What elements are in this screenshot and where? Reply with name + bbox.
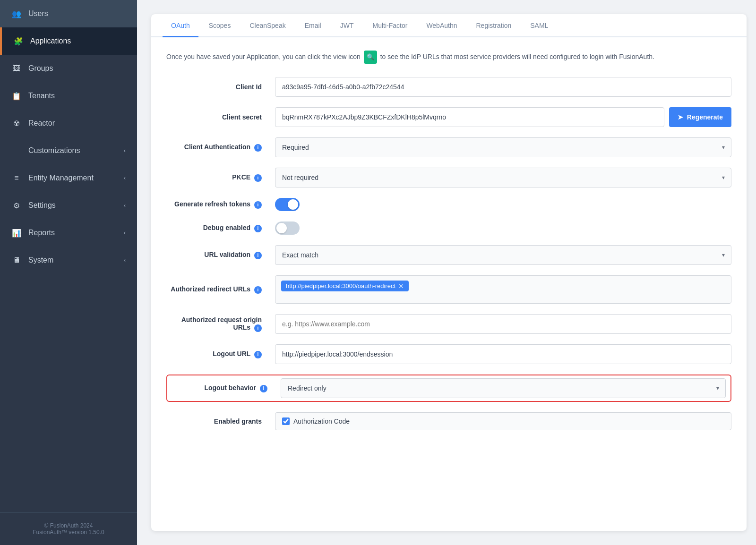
sidebar-label-reports: Reports	[28, 229, 55, 237]
logout-behavior-info-icon[interactable]: i	[260, 385, 267, 392]
client-secret-wrapper: ➤ Regenerate	[275, 107, 731, 127]
entity-management-chevron-icon: ‹	[124, 175, 126, 181]
info-text-after: to see the IdP URLs that most service pr…	[380, 53, 654, 60]
authorization-code-label: Authorization Code	[293, 417, 350, 425]
entity-management-icon: ≡	[11, 173, 22, 183]
system-icon: 🖥	[11, 255, 22, 265]
debug-toggle[interactable]	[275, 221, 300, 235]
regenerate-button[interactable]: ➤ Regenerate	[669, 107, 731, 127]
pkce-select[interactable]: Not required Required Optional	[275, 168, 731, 187]
enabled-grants-row: Enabled grants Authorization Code	[166, 412, 731, 430]
pkce-label: PKCE i	[166, 173, 266, 182]
sidebar-item-system[interactable]: 🖥 System ‹	[0, 247, 137, 274]
tab-multi-factor[interactable]: Multi-Factor	[364, 14, 416, 37]
client-secret-input[interactable]	[275, 107, 664, 127]
sidebar-label-settings: Settings	[28, 201, 56, 210]
debug-toggle-knob	[276, 223, 287, 233]
logout-behavior-row: Logout behavior i Redirect only All appl…	[172, 378, 726, 398]
client-id-row: Client Id	[166, 77, 731, 97]
authorization-code-checkbox[interactable]	[282, 417, 290, 425]
redirect-urls-row: Authorized redirect URLs i http://piedpi…	[166, 275, 731, 304]
client-auth-info-icon[interactable]: i	[254, 144, 262, 152]
sidebar-item-settings[interactable]: ⚙ Settings ‹	[0, 192, 137, 219]
client-auth-row: Client Authentication i Required Not req…	[166, 137, 731, 157]
refresh-tokens-toggle[interactable]	[275, 198, 300, 211]
sidebar-item-reactor[interactable]: ☢ Reactor	[0, 110, 137, 137]
debug-info-icon[interactable]: i	[254, 225, 262, 232]
refresh-tokens-label: Generate refresh tokens i	[166, 200, 266, 209]
client-secret-row: Client secret ➤ Regenerate	[166, 107, 731, 127]
pkce-select-wrapper: Not required Required Optional ▾	[275, 168, 731, 187]
pkce-info-icon[interactable]: i	[254, 174, 262, 182]
sidebar-item-users[interactable]: 👥 Users	[0, 0, 137, 27]
logout-behavior-select[interactable]: Redirect only All applications	[281, 378, 726, 398]
tab-scopes[interactable]: Scopes	[200, 14, 240, 37]
view-icon[interactable]: 🔍	[364, 51, 377, 64]
system-chevron-icon: ‹	[124, 257, 126, 264]
url-validation-info-icon[interactable]: i	[254, 252, 262, 259]
reports-chevron-icon: ‹	[124, 230, 126, 236]
debug-row: Debug enabled i	[166, 221, 731, 235]
redirect-urls-info-icon[interactable]: i	[254, 286, 262, 294]
logout-behavior-label: Logout behavior i	[172, 384, 271, 392]
tab-email[interactable]: Email	[296, 14, 330, 37]
sidebar-item-customizations[interactable]: Customizations ‹	[0, 137, 137, 164]
redirect-url-tag: http://piedpiper.local:3000/oauth-redire…	[281, 281, 409, 291]
refresh-tokens-info-icon[interactable]: i	[254, 201, 262, 209]
client-auth-select-wrapper: Required Not required Optional ▾	[275, 137, 731, 157]
logout-url-label: Logout URL i	[166, 350, 266, 358]
tabs-bar: OAuthScopesCleanSpeakEmailJWTMulti-Facto…	[151, 14, 747, 37]
refresh-tokens-row: Generate refresh tokens i	[166, 198, 731, 211]
url-validation-row: URL validation i Exact match Allow wildc…	[166, 245, 731, 265]
sidebar-item-applications[interactable]: 🧩 Applications	[0, 27, 137, 55]
remove-redirect-url-icon[interactable]: ✕	[398, 283, 404, 290]
tab-cleanspeak[interactable]: CleanSpeak	[241, 14, 294, 37]
tab-webauthn[interactable]: WebAuthn	[418, 14, 465, 37]
customizations-chevron-icon: ‹	[124, 147, 126, 154]
authorization-code-grant[interactable]: Authorization Code	[282, 417, 724, 425]
sidebar-label-entity-management: Entity Management	[28, 174, 94, 182]
origin-urls-row: Authorized request origin URLs i	[166, 314, 731, 334]
redirect-url-value: http://piedpiper.local:3000/oauth-redire…	[286, 282, 395, 290]
content-area[interactable]: Once you have saved your Application, yo…	[151, 37, 747, 531]
client-auth-select[interactable]: Required Not required Optional	[275, 137, 731, 157]
logout-url-info-icon[interactable]: i	[254, 351, 262, 358]
tenants-icon: 📋	[11, 91, 22, 101]
client-auth-label: Client Authentication i	[166, 143, 266, 152]
tab-registration[interactable]: Registration	[468, 14, 520, 37]
settings-chevron-icon: ‹	[124, 202, 126, 209]
origin-urls-input[interactable]	[275, 314, 731, 334]
logout-behavior-select-wrapper: Redirect only All applications ▾	[281, 378, 726, 398]
url-validation-select[interactable]: Exact match Allow wildcards	[275, 245, 731, 265]
redirect-urls-tag-area[interactable]: http://piedpiper.local:3000/oauth-redire…	[275, 275, 731, 304]
debug-label: Debug enabled i	[166, 224, 266, 232]
sidebar-item-entity-management[interactable]: ≡ Entity Management ‹	[0, 164, 137, 192]
enabled-grants-label: Enabled grants	[166, 417, 266, 425]
main-card: OAuthScopesCleanSpeakEmailJWTMulti-Facto…	[151, 14, 747, 531]
info-text-before: Once you have saved your Application, yo…	[166, 53, 361, 60]
sidebar-label-customizations: Customizations	[28, 146, 80, 155]
sidebar-item-reports[interactable]: 📊 Reports ‹	[0, 219, 137, 247]
redirect-url-input[interactable]	[412, 281, 725, 291]
client-id-label: Client Id	[166, 83, 266, 91]
footer-line1: © FusionAuth 2024	[11, 522, 126, 529]
sidebar-label-groups: Groups	[28, 64, 53, 73]
reports-icon: 📊	[11, 228, 22, 238]
tab-saml[interactable]: SAML	[522, 14, 557, 37]
tab-oauth[interactable]: OAuth	[163, 14, 198, 37]
regenerate-icon: ➤	[678, 113, 683, 121]
regenerate-label: Regenerate	[687, 113, 723, 121]
sidebar-label-reactor: Reactor	[28, 119, 55, 128]
sidebar-item-tenants[interactable]: 📋 Tenants	[0, 82, 137, 110]
sidebar-label-system: System	[28, 256, 53, 264]
customizations-icon	[11, 145, 22, 156]
url-validation-label: URL validation i	[166, 251, 266, 259]
sidebar-item-groups[interactable]: 🖼 Groups	[0, 55, 137, 82]
client-id-input[interactable]	[275, 77, 731, 97]
origin-urls-info-icon[interactable]: i	[254, 324, 262, 332]
sidebar: 👥 Users 🧩 Applications 🖼 Groups 📋 Tenant…	[0, 0, 137, 545]
logout-url-input[interactable]	[275, 344, 731, 364]
footer-line2: FusionAuth™ version 1.50.0	[11, 529, 126, 536]
tab-jwt[interactable]: JWT	[332, 14, 362, 37]
url-validation-select-wrapper: Exact match Allow wildcards ▾	[275, 245, 731, 265]
